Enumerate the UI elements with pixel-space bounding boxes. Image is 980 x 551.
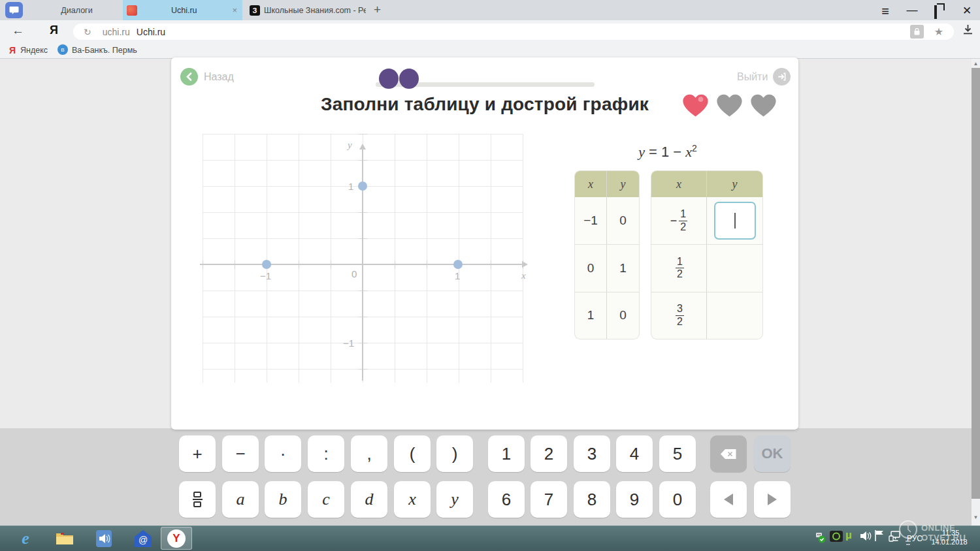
url-domain: uchi.ru [103, 27, 130, 37]
key-backspace[interactable] [710, 435, 747, 472]
key-a[interactable]: a [222, 481, 259, 518]
key-dot[interactable]: · [265, 435, 301, 472]
key-open-paren[interactable]: ( [394, 435, 431, 472]
progress-dot [399, 69, 419, 89]
yandex-bookmark-icon: Я [9, 45, 16, 55]
x-tick-label: 1 [455, 270, 460, 281]
key-x[interactable]: x [394, 481, 431, 518]
tray-utorrent-icon[interactable]: µ [845, 529, 852, 542]
refresh-icon[interactable]: ↻ [84, 27, 91, 37]
exit-label: Выйти [737, 71, 768, 83]
chat-sidebar-button[interactable] [5, 2, 23, 18]
key-2[interactable]: 2 [531, 435, 567, 472]
cell-y-empty[interactable] [706, 245, 762, 291]
tab-label: Диалоги [33, 6, 121, 15]
key-c[interactable]: c [308, 481, 344, 518]
tray-clock-time[interactable]: 11:35 [928, 529, 973, 537]
key-9[interactable]: 9 [616, 481, 653, 518]
cell-x: −1 [575, 197, 606, 244]
download-icon[interactable] [963, 25, 973, 38]
key-6[interactable]: 6 [488, 481, 525, 518]
graph-point[interactable] [262, 260, 271, 269]
y-tick-label: 1 [348, 181, 353, 192]
tab-strip: Диалоги Uchi.ru × З Школьные Знания.com … [0, 0, 980, 20]
key-8[interactable]: 8 [574, 481, 610, 518]
key-b[interactable]: b [265, 481, 301, 518]
taskbar-yandex-browser-active[interactable]: Y [161, 527, 192, 550]
key-5[interactable]: 5 [659, 435, 696, 472]
scrollbar-thumb[interactable] [972, 68, 980, 499]
key-4[interactable]: 4 [616, 435, 653, 472]
key-arrow-left[interactable] [710, 481, 747, 518]
graph-point[interactable] [453, 260, 463, 269]
bookmark-yandex[interactable]: Яндекс [20, 46, 48, 55]
key-comma[interactable]: , [351, 435, 387, 472]
scroll-up-icon[interactable]: ▲ [972, 61, 980, 67]
table-row: 12 [651, 244, 762, 291]
key-colon[interactable]: : [308, 435, 344, 472]
cell-y-empty[interactable] [706, 292, 762, 339]
url-title: Uchi.ru [137, 27, 165, 37]
svg-text:@: @ [139, 535, 148, 545]
key-arrow-right[interactable] [754, 481, 791, 518]
heart-empty-icon [748, 90, 779, 119]
tray-clock-date[interactable]: 14.01.2018 [923, 538, 975, 546]
menu-icon[interactable]: ≡ [875, 4, 895, 19]
browser-toolbar: ← Я ↻ uchi.ru Uchi.ru ★ [0, 20, 980, 42]
close-button[interactable]: ✕ [957, 4, 977, 18]
minimize-button[interactable]: — [902, 4, 922, 17]
tray-nvidia-icon[interactable] [830, 531, 843, 544]
key-3[interactable]: 3 [574, 435, 610, 472]
lock-icon[interactable] [910, 25, 924, 39]
restore-button[interactable] [934, 7, 937, 18]
tray-network-icon[interactable] [889, 530, 902, 544]
table-fill: x y −12 12 32 [651, 171, 762, 339]
answer-input[interactable] [714, 202, 756, 240]
back-circle-icon [180, 68, 198, 86]
key-0[interactable]: 0 [659, 481, 696, 518]
tab-dialogi[interactable]: Диалоги [33, 0, 121, 20]
col-header-y: y [706, 171, 762, 197]
col-header-x: x [575, 171, 606, 197]
scroll-down-icon[interactable]: ▼ [972, 514, 980, 520]
back-button[interactable]: Назад [180, 68, 234, 86]
taskbar-explorer-icon[interactable] [55, 529, 74, 548]
tray-usb-icon[interactable] [814, 531, 826, 546]
tab-close-icon[interactable]: × [232, 5, 237, 15]
bookmark-star-icon[interactable]: ★ [934, 25, 943, 38]
key-y[interactable]: y [436, 481, 473, 518]
yandex-logo[interactable]: Я [50, 24, 58, 37]
taskbar-ie-icon[interactable]: e [16, 529, 35, 548]
origin-label: 0 [351, 268, 357, 279]
new-tab-button[interactable]: + [374, 3, 381, 17]
key-close-paren[interactable]: ) [436, 435, 473, 472]
key-minus[interactable]: − [222, 435, 259, 472]
page-scrollbar[interactable]: ▲ ▼ [972, 59, 980, 526]
cell-x: 1 [575, 292, 606, 339]
key-d[interactable]: d [351, 481, 387, 518]
key-1[interactable]: 1 [488, 435, 525, 472]
tray-language[interactable]: РУС [907, 534, 923, 543]
tray-volume-icon[interactable] [860, 531, 872, 544]
taskbar-volume-icon[interactable] [94, 529, 114, 548]
tray-flag-icon[interactable] [874, 529, 885, 544]
graph-point[interactable] [358, 181, 367, 191]
address-bar[interactable]: ↻ uchi.ru Uchi.ru ★ [73, 24, 954, 40]
heart-empty-icon [714, 90, 745, 119]
key-ok[interactable]: OK [754, 435, 791, 472]
back-nav-icon[interactable]: ← [12, 24, 24, 38]
x-axis-label: x [521, 270, 526, 281]
tab-znania[interactable]: З Школьные Знания.com - Ре [246, 0, 366, 20]
taskbar-mail-icon[interactable]: @ [133, 529, 153, 548]
key-fraction[interactable] [179, 481, 216, 518]
function-formula: y = 1 − x2 [589, 143, 746, 161]
key-7[interactable]: 7 [531, 481, 567, 518]
key-plus[interactable]: + [179, 435, 216, 472]
tab-uchi-active[interactable]: Uchi.ru × [123, 0, 242, 20]
bookmark-vabank[interactable]: Ва-Банкъ. Пермь [72, 46, 137, 55]
y-axis-label: y [348, 140, 352, 151]
lives-hearts [680, 90, 779, 119]
exit-button[interactable]: Выйти [737, 68, 791, 86]
tab-label: Uchi.ru [141, 6, 227, 15]
heart-filled-icon [680, 90, 711, 119]
